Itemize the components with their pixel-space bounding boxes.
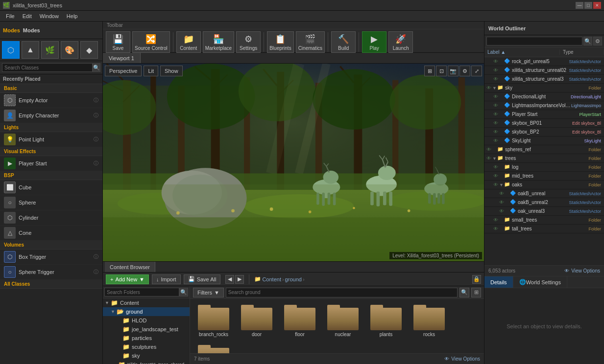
cb-lock-btn[interactable]: 🔒 — [472, 275, 481, 284]
category-bsp[interactable]: BSP — [0, 171, 102, 180]
folder-item-particles[interactable]: 📁 particles — [103, 334, 190, 342]
place-item-box-trigger[interactable]: ⬡ Box Trigger ⓘ — [0, 250, 102, 265]
place-item-sphere[interactable]: ○ Sphere — [0, 195, 102, 210]
wo-settings-btn[interactable]: ⚙ — [593, 37, 602, 46]
view-options-btn[interactable]: ⊞ — [471, 288, 481, 297]
visibility-btn[interactable]: 👁 — [492, 226, 499, 232]
save-button[interactable]: 💾 Save — [106, 31, 130, 53]
menu-help[interactable]: Help — [63, 11, 82, 21]
visibility-btn[interactable]: 👁 — [492, 217, 499, 224]
place-item-empty-actor[interactable]: ⬡ Empty Actor ⓘ — [0, 93, 102, 108]
save-all-button[interactable]: 💾 Save All — [184, 274, 221, 284]
place-icon-geometry[interactable]: ◆ — [80, 41, 98, 59]
visibility-btn[interactable]: 👁 — [492, 67, 499, 74]
add-new-button[interactable]: + Add New ▼ — [106, 274, 149, 284]
wo-tree-item[interactable]: 👁📁spheres_refFolder — [484, 145, 604, 154]
wo-search-btn[interactable]: 🔍 — [583, 37, 592, 46]
place-item-sphere-trigger[interactable]: ○ Sphere Trigger ⓘ — [0, 265, 102, 280]
visibility-btn[interactable]: 👁 — [498, 190, 505, 197]
search-content-input[interactable] — [226, 288, 458, 297]
breadcrumb-ground[interactable]: ground — [285, 276, 302, 282]
visibility-btn[interactable]: 👁 — [492, 129, 499, 136]
wo-tree-item[interactable]: 👁🔷oak_unreal3StaticMeshActor — [484, 207, 604, 216]
expand-icon[interactable]: ▼ — [492, 86, 497, 91]
place-icon-landscape[interactable]: ▲ — [22, 41, 39, 59]
launch-button[interactable]: 🚀 Launch — [388, 31, 413, 53]
wo-tree-item[interactable]: 👁🔷DirectionalLightDirectionalLight — [484, 92, 604, 101]
place-item-cylinder[interactable]: ⬡ Cylinder — [0, 210, 102, 226]
folder-item-hlod[interactable]: 📁 HLOD — [103, 316, 190, 325]
cb-folder-item[interactable]: trees — [194, 343, 233, 353]
cinematics-button[interactable]: 🎬 Cinematics — [296, 31, 325, 53]
category-lights[interactable]: Lights — [0, 123, 102, 132]
visibility-btn[interactable]: 👁 — [492, 164, 499, 171]
cb-folder-item[interactable]: rocks — [410, 303, 449, 339]
place-item-player-start[interactable]: ▶ Player Start ⓘ — [0, 156, 102, 171]
lit-button[interactable]: Lit — [144, 66, 158, 76]
place-icon-basic[interactable]: ⬡ — [2, 41, 20, 59]
expand-icon[interactable]: ▼ — [499, 182, 504, 187]
show-button[interactable]: Show — [160, 66, 183, 76]
search-classes-btn[interactable]: 🔍 — [93, 63, 100, 72]
wo-tree-item[interactable]: 👁🔷rock_girl_unreal5StaticMeshActor — [484, 57, 604, 66]
visibility-btn[interactable]: 👁 — [492, 111, 499, 118]
breadcrumb-content[interactable]: Content — [262, 276, 281, 282]
cb-back-btn[interactable]: ◀ — [225, 275, 234, 284]
wo-tree-item[interactable]: 👁🔷LightmassImportanceVolumeLightmassImpo — [484, 101, 604, 110]
vp-settings-btn[interactable]: ⚙ — [459, 66, 470, 76]
wo-tree-item[interactable]: 👁🔷xilitla_structure_unreal02StaticMeshAc… — [484, 66, 604, 75]
visibility-btn[interactable]: 👁 — [492, 173, 499, 180]
vp-maximize-btn[interactable]: ⤢ — [471, 66, 482, 76]
cb-folder-item[interactable]: branch_rocks — [194, 303, 233, 339]
visibility-btn[interactable]: 👁 — [485, 146, 492, 153]
build-button[interactable]: 🔨 Build — [331, 31, 356, 53]
folder-item-sculptures[interactable]: 📁 sculptures — [103, 342, 190, 351]
menu-edit[interactable]: Edit — [19, 11, 36, 21]
place-item-cone[interactable]: △ Cone — [0, 226, 102, 241]
cb-folder-item[interactable]: floor — [280, 303, 319, 339]
details-tab[interactable]: Details — [484, 276, 513, 288]
wo-col-label[interactable]: Label ▲ — [484, 49, 560, 55]
cb-forward-btn[interactable]: ▶ — [235, 275, 244, 284]
place-icon-paint[interactable]: 🎨 — [61, 41, 78, 59]
wo-tree-item[interactable]: 👁🔷Player StartPlayerStart — [484, 110, 604, 119]
wo-tree-item[interactable]: 👁▼📁oaksFolder — [484, 181, 604, 189]
wo-tree-item[interactable]: 👁🔷oakB_unrealStaticMeshActor — [484, 189, 604, 198]
content-button[interactable]: 📁 Content — [176, 31, 201, 53]
viewport-tab-1[interactable]: Viewport 1 — [103, 53, 141, 63]
wo-tree-item[interactable]: 👁🔷xilitla_structure_unreal3StaticMeshAct… — [484, 75, 604, 84]
folder-item-sky[interactable]: 📁 sky — [103, 351, 190, 360]
place-item-empty-char[interactable]: 👤 Empty Character ⓘ — [0, 108, 102, 123]
folder-item-content[interactable]: ▼ 📁 Content — [103, 298, 190, 307]
close-btn[interactable]: ✕ — [593, 2, 601, 9]
visibility-btn[interactable]: 👁 — [492, 58, 499, 65]
vp-grid-btn[interactable]: ⊞ — [424, 66, 435, 76]
cb-folder-item[interactable]: plants — [366, 303, 406, 339]
wo-tree-item[interactable]: 👁📁mid_treesFolder — [484, 172, 604, 181]
visibility-btn[interactable]: 👁 — [485, 85, 492, 91]
folder-item-ground[interactable]: ▼ 📂 ground — [103, 307, 190, 316]
cb-view-options-link[interactable]: 👁 View Options — [444, 356, 480, 362]
search-folders-input[interactable] — [104, 288, 179, 296]
place-icon-foliage[interactable]: 🌿 — [41, 41, 59, 59]
cb-folder-item[interactable]: door — [237, 303, 276, 339]
search-classes-input[interactable] — [2, 63, 93, 72]
blueprints-button[interactable]: 📋 Blueprints — [267, 31, 293, 53]
vp-camera-btn[interactable]: 📷 — [448, 66, 459, 76]
visibility-btn[interactable]: 👁 — [485, 155, 492, 162]
visibility-btn[interactable]: 👁 — [498, 199, 505, 206]
cb-folder-item[interactable]: nuclear — [323, 303, 362, 339]
menu-window[interactable]: Window — [36, 11, 63, 21]
wo-search-input[interactable] — [486, 37, 582, 46]
search-folders-btn[interactable]: 🔍 — [179, 288, 188, 296]
visibility-btn[interactable]: 👁 — [492, 93, 499, 100]
place-item-point-light[interactable]: 💡 Point Light ⓘ — [0, 132, 102, 147]
minimize-btn[interactable]: — — [576, 2, 583, 9]
source-control-button[interactable]: 🔀 Source Control — [132, 31, 170, 53]
visibility-btn[interactable]: 👁 — [492, 137, 499, 144]
place-item-cube[interactable]: ⬜ Cube — [0, 180, 102, 195]
wo-tree-item[interactable]: 👁🔷skybox_BP01Edit skybox_Bl — [484, 119, 604, 128]
marketplace-button[interactable]: 🏪 Marketplace — [203, 31, 234, 53]
wo-tree-item[interactable]: 👁🔷oakB_unreal2StaticMeshActor — [484, 198, 604, 207]
cb-tab-browser[interactable]: Content Browser — [105, 262, 155, 272]
